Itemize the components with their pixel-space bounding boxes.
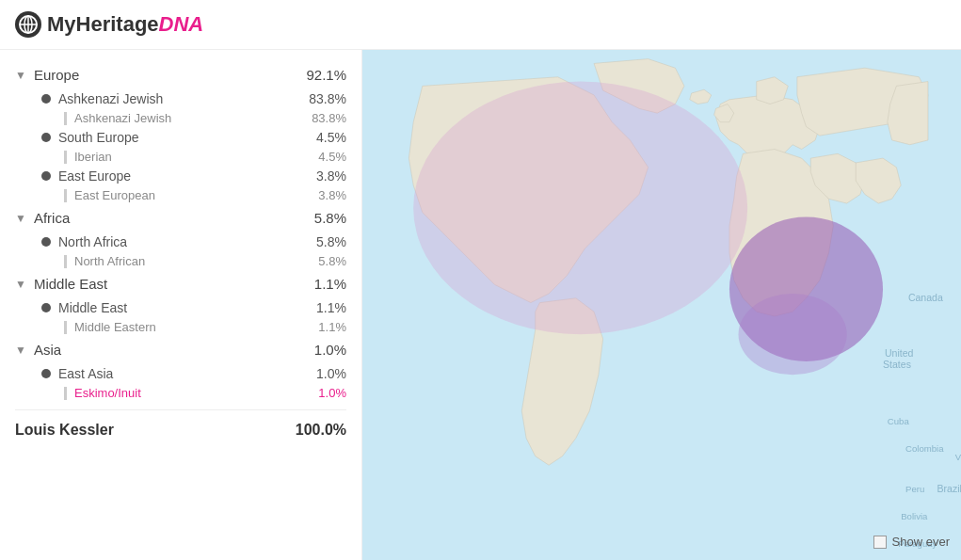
sub-item-east-europe-pct: 3.8%: [316, 168, 346, 184]
overlay-north-america: [413, 82, 747, 335]
show-ever-label: Show ever: [892, 535, 950, 549]
sub-item-east-europe[interactable]: East Europe 3.8%: [15, 166, 346, 186]
sub-sub-middle-eastern: Middle Eastern 1.1%: [15, 318, 346, 336]
svg-text:Brazil: Brazil: [937, 483, 961, 494]
sub-item-middle-east-pct: 1.1%: [316, 300, 346, 315]
category-europe-label: Europe: [34, 67, 79, 83]
category-middle-east-pct: 1.1%: [314, 276, 346, 292]
svg-text:States: States: [883, 359, 911, 370]
dot-middle-east: [41, 303, 51, 312]
footer-name: Louis Kessler: [15, 422, 114, 439]
sub-item-north-africa-pct: 5.8%: [316, 234, 346, 249]
sub-item-ashkenazi[interactable]: Ashkenazi Jewish 83.8%: [15, 88, 346, 109]
sub-item-east-asia-pct: 1.0%: [316, 366, 346, 381]
main-content: ▼ Europe 92.1% Ashkenazi Jewish 83.8% As…: [0, 50, 961, 560]
logo: MyHeritageDNA: [15, 11, 203, 38]
sub-item-south-europe-label: South Europe: [58, 130, 139, 145]
show-ever-container: Show ever: [873, 535, 950, 549]
sub-sub-eskimo-label: Eskimo/Inuit: [64, 386, 141, 400]
sub-item-north-africa[interactable]: North Africa 5.8%: [15, 232, 346, 252]
logo-text: MyHeritage: [47, 12, 159, 37]
sub-sub-eskimo-pct: 1.0%: [318, 386, 346, 400]
sub-item-ashkenazi-pct: 83.8%: [309, 91, 346, 106]
category-africa-label: Africa: [34, 210, 70, 226]
category-middle-east-label: Middle East: [34, 276, 107, 292]
category-middle-east[interactable]: ▼ Middle East 1.1%: [15, 270, 346, 297]
svg-text:Venezuela: Venezuela: [955, 452, 961, 462]
sub-item-east-asia-label: East Asia: [58, 366, 113, 381]
dot-east-asia: [41, 369, 51, 378]
svg-text:Peru: Peru: [905, 484, 924, 494]
map-container: Greenland Iceland Svalbard Norway Sweden…: [362, 50, 961, 560]
sub-sub-iberian: Iberian 4.5%: [15, 148, 346, 166]
category-europe[interactable]: ▼ Europe 92.1%: [15, 61, 346, 88]
svg-text:Bolivia: Bolivia: [901, 511, 928, 521]
sidebar: ▼ Europe 92.1% Ashkenazi Jewish 83.8% As…: [0, 50, 362, 560]
dot-north-africa: [41, 237, 51, 247]
sub-sub-north-african-pct: 5.8%: [318, 254, 346, 268]
svg-text:Canada: Canada: [908, 292, 943, 303]
arrow-africa: ▼: [15, 212, 26, 225]
sub-item-north-africa-label: North Africa: [58, 234, 127, 249]
sub-sub-eskimo: Eskimo/Inuit 1.0%: [15, 384, 346, 402]
sub-item-east-europe-label: East Europe: [58, 168, 131, 184]
sub-sub-east-european-pct: 3.8%: [318, 188, 346, 202]
sub-sub-iberian-label: Iberian: [64, 150, 112, 164]
footer-total-pct: 100.0%: [296, 422, 346, 439]
footer-row: Louis Kessler 100.0%: [15, 409, 346, 442]
sub-sub-east-european: East European 3.8%: [15, 186, 346, 204]
show-ever-checkbox[interactable]: [873, 536, 887, 549]
sub-sub-ashkenazi-label: Ashkenazi Jewish: [64, 111, 171, 125]
dot-south-europe: [41, 133, 51, 142]
sub-sub-middle-eastern-pct: 1.1%: [318, 320, 346, 334]
overlay-middle-east: [739, 294, 847, 375]
sub-sub-middle-eastern-label: Middle Eastern: [64, 320, 156, 334]
dot-ashkenazi: [41, 94, 51, 104]
sub-sub-ashkenazi-pct: 83.8%: [312, 111, 346, 125]
logo-icon: [15, 11, 41, 38]
category-africa[interactable]: ▼ Africa 5.8%: [15, 204, 346, 232]
sub-item-middle-east[interactable]: Middle East 1.1%: [15, 297, 346, 318]
svg-text:United: United: [885, 347, 914, 359]
category-asia-pct: 1.0%: [314, 342, 346, 358]
logo-dna: DNA: [159, 12, 204, 37]
sub-sub-iberian-pct: 4.5%: [318, 150, 346, 164]
sub-sub-east-european-label: East European: [64, 188, 155, 202]
sub-item-south-europe-pct: 4.5%: [316, 130, 346, 145]
arrow-europe: ▼: [15, 69, 26, 82]
dot-east-europe: [41, 171, 51, 181]
category-europe-pct: 92.1%: [306, 67, 346, 83]
category-asia-label: Asia: [34, 342, 61, 358]
header: MyHeritageDNA: [0, 0, 961, 50]
sub-item-middle-east-label: Middle East: [58, 300, 127, 315]
sub-item-south-europe[interactable]: South Europe 4.5%: [15, 127, 346, 148]
sub-item-ashkenazi-label: Ashkenazi Jewish: [58, 91, 163, 106]
map-svg: Greenland Iceland Svalbard Norway Sweden…: [362, 50, 961, 560]
arrow-middle-east: ▼: [15, 278, 26, 291]
svg-text:Cuba: Cuba: [888, 416, 910, 426]
arrow-asia: ▼: [15, 344, 26, 357]
category-africa-pct: 5.8%: [314, 210, 346, 226]
sub-sub-north-african: North African 5.8%: [15, 252, 346, 270]
category-asia[interactable]: ▼ Asia 1.0%: [15, 336, 346, 363]
svg-text:Colombia: Colombia: [905, 443, 944, 454]
sub-sub-north-african-label: North African: [64, 254, 145, 268]
sub-item-east-asia[interactable]: East Asia 1.0%: [15, 363, 346, 384]
sub-sub-ashkenazi: Ashkenazi Jewish 83.8%: [15, 109, 346, 127]
